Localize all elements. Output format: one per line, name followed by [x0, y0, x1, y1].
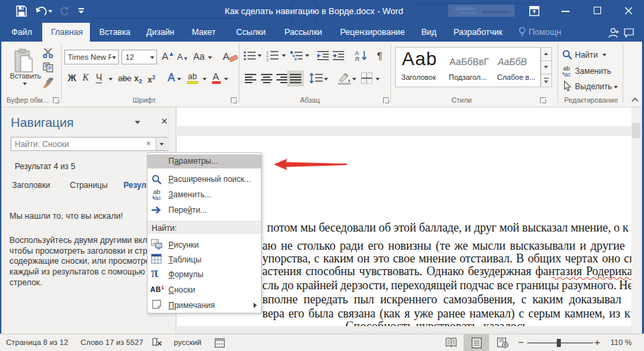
- svg-text:ac: ac: [154, 194, 161, 201]
- svg-text:Я: Я: [355, 56, 360, 62]
- svg-text:ac: ac: [565, 71, 572, 78]
- svg-text:3: 3: [266, 58, 268, 62]
